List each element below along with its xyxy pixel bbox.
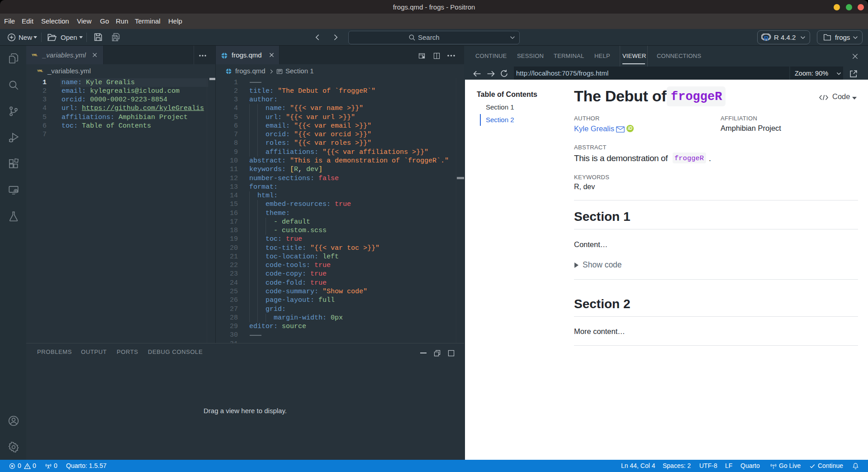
svg-text:R: R bbox=[764, 34, 769, 41]
